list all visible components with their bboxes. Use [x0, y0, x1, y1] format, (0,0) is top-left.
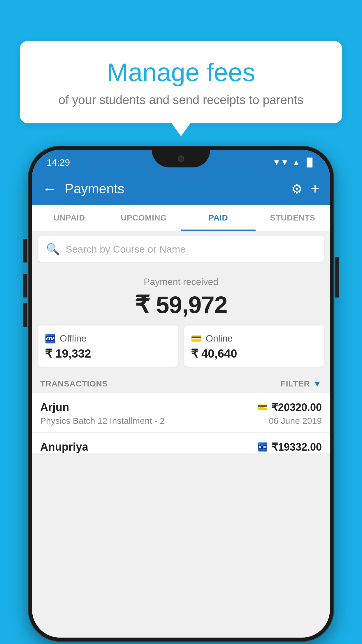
phone-screen: 14:29 ▼▼ ▲ ▐▌ ← Payments ⚙ + UNPAID — [32, 150, 330, 638]
transaction-payment-icon: 💳 — [258, 402, 268, 412]
offline-card: 🏧 Offline ₹ 19,332 — [38, 326, 178, 367]
phone-notch — [152, 150, 210, 167]
header-title: Payments — [65, 181, 283, 197]
online-icon: 💳 — [191, 333, 202, 344]
offline-icon: 🏧 — [45, 333, 56, 344]
transaction-amount-wrap: 💳 ₹20320.00 — [258, 401, 322, 414]
transaction-amount-wrap-2: 🏧 ₹19332.00 — [258, 441, 322, 453]
phone-mockup: 14:29 ▼▼ ▲ ▐▌ ← Payments ⚙ + UNPAID — [28, 146, 334, 642]
online-amount: ₹ 40,640 — [191, 347, 317, 360]
tab-upcoming[interactable]: UPCOMING — [107, 205, 181, 231]
transaction-date: 06 June 2019 — [269, 416, 322, 426]
transaction-course: Physics Batch 12 Installment - 2 — [40, 416, 165, 426]
content-area: 🔍 Search by Course or Name Payment recei… — [32, 236, 330, 453]
transactions-header: TRANSACTIONS FILTER ▼ — [32, 374, 330, 393]
transaction-amount-2: ₹19332.00 — [271, 441, 322, 453]
back-button[interactable]: ← — [43, 181, 57, 197]
offline-amount: ₹ 19,332 — [45, 347, 171, 360]
search-input[interactable]: Search by Course or Name — [66, 244, 186, 255]
transactions-label: TRANSACTIONS — [40, 379, 108, 388]
add-button[interactable]: + — [311, 180, 319, 197]
transaction-name: Arjun — [40, 401, 69, 414]
wifi-icon: ▼▼ — [273, 158, 289, 167]
transaction-row-top-2: Anupriya 🏧 ₹19332.00 — [40, 441, 322, 453]
payment-received-section: Payment received ₹ 59,972 — [32, 267, 330, 326]
filter-label: FILTER — [281, 379, 310, 388]
online-card: 💳 Online ₹ 40,640 — [184, 326, 324, 367]
payment-received-label: Payment received — [38, 276, 324, 287]
tab-paid[interactable]: PAID — [181, 205, 256, 231]
search-bar[interactable]: 🔍 Search by Course or Name — [38, 236, 324, 262]
bubble-subtitle: of your students and send receipts to pa… — [34, 93, 328, 107]
transaction-payment-icon-2: 🏧 — [258, 442, 268, 452]
transaction-item-partial[interactable]: Anupriya 🏧 ₹19332.00 — [32, 433, 330, 453]
speech-bubble-card: Manage fees of your students and send re… — [20, 41, 342, 123]
notch-camera — [178, 155, 184, 162]
bubble-title: Manage fees — [34, 58, 328, 87]
transaction-item[interactable]: Arjun 💳 ₹20320.00 Physics Batch 12 Insta… — [32, 393, 330, 433]
filter-icon: ▼ — [313, 379, 322, 389]
filter-button[interactable]: FILTER ▼ — [281, 379, 322, 389]
offline-card-header: 🏧 Offline — [45, 333, 171, 344]
transaction-row-top: Arjun 💳 ₹20320.00 — [40, 401, 322, 414]
tab-unpaid[interactable]: UNPAID — [32, 205, 107, 231]
phone-outer: 14:29 ▼▼ ▲ ▐▌ ← Payments ⚙ + UNPAID — [28, 146, 334, 642]
transaction-name-2: Anupriya — [40, 441, 88, 453]
app-header: ← Payments ⚙ + — [32, 173, 330, 205]
battery-icon: ▐▌ — [304, 158, 315, 167]
transaction-amount: ₹20320.00 — [271, 401, 322, 414]
settings-icon[interactable]: ⚙ — [291, 181, 303, 196]
search-icon: 🔍 — [46, 243, 60, 256]
tabs-bar: UNPAID UPCOMING PAID STUDENTS — [32, 205, 330, 231]
online-card-header: 💳 Online — [191, 333, 317, 344]
payment-received-amount: ₹ 59,972 — [38, 291, 324, 318]
tab-students[interactable]: STUDENTS — [256, 205, 330, 231]
status-time: 14:29 — [47, 157, 70, 168]
offline-label: Offline — [60, 333, 87, 344]
signal-icon: ▲ — [292, 158, 301, 167]
transaction-row-bottom: Physics Batch 12 Installment - 2 06 June… — [40, 416, 322, 426]
status-icons: ▼▼ ▲ ▐▌ — [273, 158, 315, 167]
online-label: Online — [206, 333, 233, 344]
payment-cards-row: 🏧 Offline ₹ 19,332 💳 Online ₹ 40,640 — [32, 326, 330, 374]
